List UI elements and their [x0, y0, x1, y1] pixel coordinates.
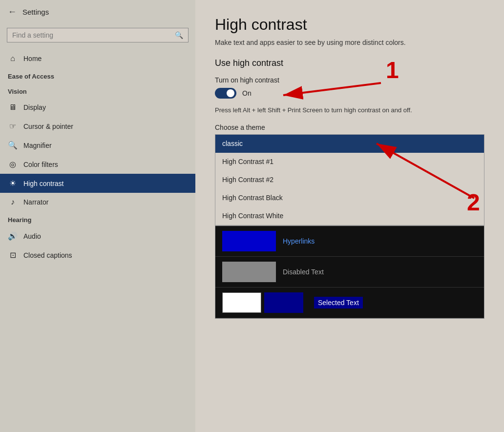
- preview-swatch-selected-right[interactable]: [264, 292, 303, 313]
- sidebar-item-label-high-contrast: High contrast: [23, 180, 63, 187]
- search-icon: 🔍: [175, 31, 183, 39]
- audio-icon: 🔊: [8, 231, 18, 241]
- theme-item-classic[interactable]: classic: [215, 135, 484, 153]
- vision-label: Vision: [0, 83, 195, 98]
- sidebar-item-cursor[interactable]: ☞ Cursor & pointer: [0, 117, 195, 136]
- sidebar-item-label-display: Display: [23, 103, 46, 111]
- search-input[interactable]: [12, 31, 175, 39]
- sidebar-item-label-narrator: Narrator: [23, 198, 48, 206]
- preview-swatch-hyperlinks[interactable]: [222, 231, 276, 251]
- high-contrast-icon: ☀: [8, 179, 18, 188]
- preview-row-disabled: Disabled Text: [215, 257, 484, 288]
- sidebar-item-label-cursor: Cursor & pointer: [23, 123, 73, 130]
- sidebar-item-closed-captions[interactable]: ⊡ Closed captions: [0, 246, 195, 265]
- sidebar-item-label-audio: Audio: [23, 232, 41, 240]
- sidebar-item-narrator[interactable]: ♪ Narrator: [0, 193, 195, 211]
- theme-item-hc2[interactable]: High Contrast #2: [215, 171, 484, 189]
- sidebar-item-label-magnifier: Magnifier: [23, 142, 52, 149]
- preview-swatch-selected-left[interactable]: [222, 292, 261, 313]
- svg-line-1: [283, 83, 381, 95]
- home-icon: ⌂: [8, 54, 18, 63]
- color-filters-icon: ◎: [8, 160, 18, 169]
- back-button[interactable]: ←: [8, 7, 17, 17]
- hearing-label: Hearing: [0, 211, 195, 226]
- sidebar-item-label-home: Home: [23, 55, 42, 62]
- sidebar-item-home[interactable]: ⌂ Home: [0, 49, 195, 68]
- preview-row-hyperlinks: Hyperlinks: [215, 226, 484, 257]
- theme-item-hcwhite[interactable]: High Contrast White: [215, 207, 484, 225]
- preview-section: Hyperlinks Disabled Text Selected Text: [215, 226, 484, 319]
- sidebar-item-color-filters[interactable]: ◎ Color filters: [0, 155, 195, 174]
- cursor-icon: ☞: [8, 122, 18, 131]
- page-desc: Make text and apps easier to see by usin…: [215, 39, 484, 46]
- sidebar-item-magnifier[interactable]: 🔍 Magnifier: [0, 136, 195, 155]
- preview-swatch-disabled[interactable]: [222, 262, 276, 282]
- theme-item-hcblack[interactable]: High Contrast Black: [215, 189, 484, 207]
- theme-label: Choose a theme: [215, 123, 484, 131]
- high-contrast-toggle[interactable]: [215, 88, 236, 99]
- sidebar-item-audio[interactable]: 🔊 Audio: [0, 226, 195, 246]
- page-title: High contrast: [215, 16, 484, 34]
- preview-text-disabled: Disabled Text: [283, 268, 324, 276]
- toggle-row: On 1: [215, 88, 484, 99]
- theme-item-hc1[interactable]: High Contrast #1: [215, 153, 484, 171]
- sidebar-item-label-closed-captions: Closed captions: [23, 251, 72, 259]
- shortcut-hint: Press left Alt + left Shift + Print Scre…: [215, 106, 484, 114]
- ease-of-access-label: Ease of Access: [0, 68, 195, 83]
- magnifier-icon: 🔍: [8, 141, 18, 150]
- sidebar-item-high-contrast[interactable]: ☀ High contrast: [0, 174, 195, 193]
- display-icon: 🖥: [8, 103, 18, 112]
- preview-text-selected: Selected Text: [314, 297, 363, 309]
- closed-captions-icon: ⊡: [8, 250, 18, 260]
- search-box[interactable]: 🔍: [7, 28, 189, 42]
- main-content: High contrast Make text and apps easier …: [195, 0, 504, 432]
- sidebar-header: ← Settings: [0, 0, 195, 24]
- sidebar: ← Settings 🔍 ⌂ Home Ease of Access Visio…: [0, 0, 195, 432]
- toggle-state: On: [242, 89, 252, 97]
- sidebar-item-label-color-filters: Color filters: [23, 161, 58, 168]
- sidebar-title: Settings: [22, 8, 49, 16]
- sidebar-item-display[interactable]: 🖥 Display: [0, 98, 195, 117]
- toggle-label: Turn on high contrast: [215, 76, 484, 84]
- section-heading: Use high contrast: [215, 58, 484, 68]
- preview-text-hyperlinks: Hyperlinks: [283, 237, 315, 245]
- toggle-knob: [227, 89, 234, 97]
- theme-list: classic High Contrast #1 High Contrast #…: [215, 134, 484, 226]
- narrator-icon: ♪: [8, 198, 18, 206]
- preview-row-selected: Selected Text: [215, 288, 484, 318]
